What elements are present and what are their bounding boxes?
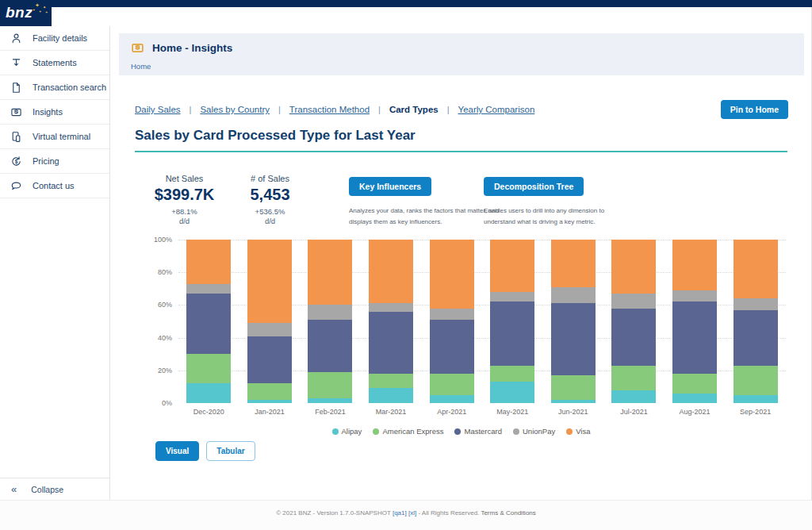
sidebar-item-facility-details[interactable]: Facility details <box>0 26 109 51</box>
tabular-toggle-button[interactable]: Tabular <box>206 441 255 461</box>
bar-segment-alipay[interactable] <box>430 395 474 403</box>
kpi-delta: +88.1% <box>143 207 226 216</box>
bar-segment-visa[interactable] <box>733 240 778 298</box>
legend-item-mastercard[interactable]: Mastercard <box>454 427 502 436</box>
bar-segment-alipay[interactable] <box>672 394 717 403</box>
bar-segment-american-express[interactable] <box>247 383 292 400</box>
legend-item-visa[interactable]: Visa <box>566 427 590 436</box>
bar-segment-american-express[interactable] <box>672 374 717 394</box>
bar-segment-visa[interactable] <box>369 240 413 303</box>
bar-segment-visa[interactable] <box>186 240 231 284</box>
bar-segment-alipay[interactable] <box>490 382 534 403</box>
bar-segment-mastercard[interactable] <box>430 320 474 374</box>
bar-column-feb-2021: Feb-2021 <box>300 240 361 403</box>
bar-segment-mastercard[interactable] <box>733 310 778 366</box>
sidebar-item-insights[interactable]: Insights <box>0 100 109 125</box>
bar-segment-alipay[interactable] <box>611 390 656 403</box>
legend-item-american-express[interactable]: American Express <box>373 427 443 436</box>
bar-segment-unionpay[interactable] <box>672 290 717 301</box>
bar-segment-unionpay[interactable] <box>308 305 352 320</box>
bar-segment-visa[interactable] <box>551 240 596 287</box>
bar-segment-mastercard[interactable] <box>551 303 596 375</box>
bar-segment-alipay[interactable] <box>551 400 596 403</box>
terms-and-conditions-link[interactable]: Terms & Conditions <box>481 509 535 517</box>
legend-item-unionpay[interactable]: UnionPay <box>513 427 555 436</box>
stacked-bar[interactable] <box>672 240 717 403</box>
y-axis-tick-label: 100% <box>154 236 172 244</box>
stacked-bar[interactable] <box>247 240 292 403</box>
sidebar-item-pricing[interactable]: $Pricing <box>0 149 109 174</box>
bar-segment-mastercard[interactable] <box>186 294 231 354</box>
kpi-number-of-sales: # of Sales 5,453 +536.5% d/d <box>232 174 308 225</box>
bar-segment-alipay[interactable] <box>247 400 292 403</box>
bar-segment-american-express[interactable] <box>186 354 231 383</box>
y-axis-tick-label: 80% <box>158 268 172 276</box>
bar-segment-american-express[interactable] <box>308 372 352 398</box>
decomposition-tree-button[interactable]: Decomposition Tree <box>484 177 584 196</box>
logo-star-icon: ✦ <box>43 6 46 10</box>
bar-column-jun-2021: Jun-2021 <box>543 240 604 403</box>
bar-segment-alipay[interactable] <box>733 395 778 403</box>
visual-toggle-button[interactable]: Visual <box>155 441 199 461</box>
bar-segment-visa[interactable] <box>430 240 474 309</box>
title-divider <box>135 151 787 152</box>
tab-transaction-method[interactable]: Transaction Method <box>289 105 370 114</box>
footer-env-tag-xl[interactable]: [xl] <box>408 509 416 517</box>
bar-segment-unionpay[interactable] <box>369 303 413 311</box>
bar-segment-visa[interactable] <box>672 240 717 290</box>
breadcrumb-home[interactable]: Home <box>131 62 151 71</box>
key-influencers-button[interactable]: Key Influencers <box>349 177 431 196</box>
x-axis-tick-label: Mar-2021 <box>361 408 422 416</box>
bar-segment-unionpay[interactable] <box>186 284 231 294</box>
sidebar-item-label: Pricing <box>33 156 59 166</box>
bar-segment-mastercard[interactable] <box>611 309 656 366</box>
bar-segment-unionpay[interactable] <box>733 298 778 309</box>
tab-card-types[interactable]: Card Types <box>389 105 439 114</box>
stacked-bar[interactable] <box>369 240 413 403</box>
bar-segment-mastercard[interactable] <box>490 301 534 365</box>
bar-segment-american-express[interactable] <box>369 374 413 389</box>
bar-segment-unionpay[interactable] <box>611 294 656 309</box>
bar-segment-american-express[interactable] <box>430 374 474 395</box>
sidebar-item-statements[interactable]: Statements <box>0 51 109 75</box>
stacked-bar[interactable] <box>551 240 596 403</box>
bar-segment-mastercard[interactable] <box>672 301 717 374</box>
bar-segment-american-express[interactable] <box>490 366 534 382</box>
stacked-bar[interactable] <box>186 240 231 403</box>
bar-segment-visa[interactable] <box>611 240 656 294</box>
sidebar-item-virtual-terminal[interactable]: Virtual terminal <box>0 125 109 149</box>
bar-segment-mastercard[interactable] <box>308 320 352 372</box>
bar-segment-visa[interactable] <box>308 240 352 305</box>
footer-env-tag-qa1[interactable]: [qa1] <box>393 509 407 517</box>
bar-segment-alipay[interactable] <box>186 383 231 403</box>
legend-item-alipay[interactable]: Alipay <box>332 427 362 436</box>
bar-segment-visa[interactable] <box>247 240 292 323</box>
stacked-bar[interactable] <box>308 240 352 403</box>
tab-sales-by-country[interactable]: Sales by Country <box>200 105 270 114</box>
bar-segment-mastercard[interactable] <box>247 336 292 384</box>
bar-segment-unionpay[interactable] <box>551 287 596 304</box>
bar-segment-unionpay[interactable] <box>490 292 534 301</box>
tab-daily-sales[interactable]: Daily Sales <box>135 105 181 114</box>
bar-segment-alipay[interactable] <box>308 398 352 403</box>
sidebar-item-transaction-search[interactable]: Transaction search <box>0 75 109 100</box>
bnz-logo[interactable]: bnz ✦ ✦ ✦ ✦ ✦ <box>0 0 52 26</box>
tab-yearly-comparison[interactable]: Yearly Comparison <box>458 105 535 114</box>
stacked-bar[interactable] <box>430 240 474 403</box>
footer-copyright: © 2021 BNZ - Version 1.7.0-SNAPSHOT <box>276 509 390 517</box>
legend-dot-icon <box>513 428 519 435</box>
stacked-bar[interactable] <box>733 240 778 403</box>
bar-segment-american-express[interactable] <box>551 375 596 400</box>
pin-to-home-button[interactable]: Pin to Home <box>721 100 788 119</box>
bar-segment-american-express[interactable] <box>733 366 778 395</box>
bar-segment-unionpay[interactable] <box>247 323 292 336</box>
bar-segment-unionpay[interactable] <box>430 309 474 320</box>
sidebar-item-contact-us[interactable]: Contact us <box>0 174 109 198</box>
bar-segment-visa[interactable] <box>490 240 534 292</box>
stacked-bar[interactable] <box>611 240 656 403</box>
bar-segment-mastercard[interactable] <box>369 312 413 374</box>
bar-segment-american-express[interactable] <box>611 366 656 390</box>
bar-segment-alipay[interactable] <box>369 388 413 403</box>
sidebar-collapse-button[interactable]: « Collapse <box>0 478 109 500</box>
stacked-bar[interactable] <box>490 240 534 403</box>
